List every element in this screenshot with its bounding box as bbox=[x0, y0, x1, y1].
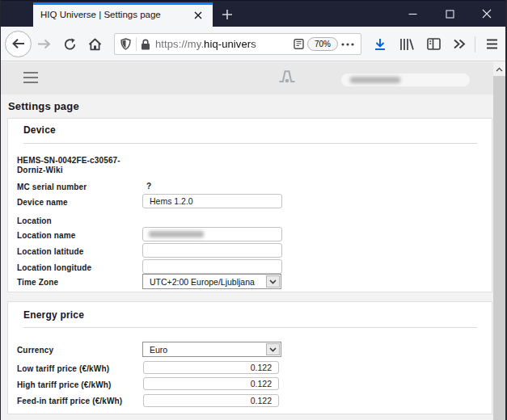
device-section-divider bbox=[23, 143, 477, 144]
device-section-title: Device bbox=[23, 124, 56, 136]
new-tab-icon[interactable] bbox=[218, 7, 236, 22]
close-icon[interactable] bbox=[468, 1, 505, 27]
scrollbar-up-icon[interactable] bbox=[493, 62, 505, 76]
redacted-location-name bbox=[149, 231, 204, 237]
site-header bbox=[1, 62, 493, 94]
reader-mode-icon[interactable] bbox=[294, 39, 304, 49]
high-tariff-label: High tariff price (€/kWh) bbox=[17, 380, 112, 389]
device-name-label: Device name bbox=[17, 198, 68, 207]
user-account-pill[interactable] bbox=[341, 74, 470, 86]
mc-serial-label: MC serial number bbox=[17, 183, 87, 191]
tab-close-icon[interactable] bbox=[192, 9, 205, 22]
tab-title: HIQ Universe | Settings page bbox=[40, 10, 161, 19]
scrollbar-thumb[interactable] bbox=[493, 76, 505, 420]
device-section: Device HEMS-SN-0042FE-c30567-Dorniz-Wiki… bbox=[7, 118, 492, 292]
url-bar[interactable]: https://my.hiq-univers 70% bbox=[114, 33, 361, 55]
reload-icon[interactable] bbox=[62, 27, 77, 61]
timezone-select[interactable]: UTC+2:00 Europe/Ljubljana bbox=[142, 274, 281, 289]
menu-icon[interactable] bbox=[484, 27, 500, 61]
timezone-label: Time Zone bbox=[17, 278, 58, 287]
navigation-toolbar: https://my.hiq-univers 70% bbox=[1, 27, 505, 61]
tracking-protection-icon[interactable] bbox=[120, 38, 131, 50]
currency-select-arrow-icon[interactable] bbox=[266, 343, 280, 355]
mc-serial-value: ? bbox=[146, 182, 151, 191]
forward-icon[interactable] bbox=[36, 27, 51, 61]
device-serial-label: HEMS-SN-0042FE-c30567-Dorniz-Wiki bbox=[17, 156, 134, 174]
low-tariff-input[interactable] bbox=[143, 361, 279, 374]
toolbar-separator bbox=[475, 36, 475, 52]
redacted-username bbox=[350, 77, 400, 83]
feedin-tariff-label: Feed-in tariff price (€/kWh) bbox=[17, 397, 122, 405]
location-longitude-label: Location longitude bbox=[17, 263, 91, 272]
page-content: Settings page Device HEMS-SN-0042FE-c305… bbox=[1, 62, 505, 420]
location-longitude-input[interactable] bbox=[142, 259, 282, 274]
energy-section-title: Energy price bbox=[23, 309, 84, 321]
window-controls bbox=[394, 1, 505, 27]
page-actions-dots-icon[interactable] bbox=[341, 43, 354, 46]
browser-window: HIQ Universe | Settings page bbox=[0, 0, 507, 420]
overflow-chevrons-icon[interactable] bbox=[451, 27, 467, 61]
download-icon[interactable] bbox=[373, 27, 387, 61]
timezone-select-arrow-icon[interactable] bbox=[266, 275, 280, 288]
titlebar: HIQ Universe | Settings page bbox=[1, 0, 505, 27]
currency-select[interactable]: Euro bbox=[142, 342, 281, 357]
sidebar-icon[interactable] bbox=[425, 27, 442, 61]
zoom-level-button[interactable]: 70% bbox=[307, 37, 338, 51]
site-menu-icon[interactable] bbox=[23, 72, 38, 83]
url-text[interactable]: https://my.hiq-univers bbox=[155, 38, 294, 50]
page-title: Settings page bbox=[8, 100, 79, 112]
location-name-label: Location name bbox=[17, 231, 76, 240]
high-tariff-input[interactable] bbox=[143, 377, 279, 390]
location-label: Location bbox=[17, 216, 52, 225]
energy-section-divider bbox=[23, 327, 477, 328]
lock-icon bbox=[141, 39, 150, 50]
currency-label: Currency bbox=[17, 346, 53, 355]
minimize-icon[interactable] bbox=[394, 1, 431, 27]
browser-tab[interactable]: HIQ Universe | Settings page bbox=[33, 2, 213, 27]
library-icon[interactable] bbox=[399, 27, 415, 61]
active-tab-accent bbox=[33, 2, 213, 5]
location-latitude-label: Location latitude bbox=[17, 247, 84, 256]
device-name-input[interactable] bbox=[142, 194, 282, 208]
location-latitude-input[interactable] bbox=[142, 243, 282, 258]
page-scrollbar[interactable] bbox=[493, 62, 505, 420]
low-tariff-label: Low tariff price (€/kWh) bbox=[17, 364, 109, 373]
maximize-icon[interactable] bbox=[431, 1, 468, 27]
home-icon[interactable] bbox=[87, 27, 103, 61]
back-icon[interactable] bbox=[5, 31, 32, 57]
energy-section: Energy price Currency Euro Low tariff pr… bbox=[7, 301, 492, 414]
hiq-logo bbox=[279, 69, 295, 83]
feedin-tariff-input[interactable] bbox=[143, 394, 279, 407]
urlbar-separator bbox=[136, 37, 137, 51]
